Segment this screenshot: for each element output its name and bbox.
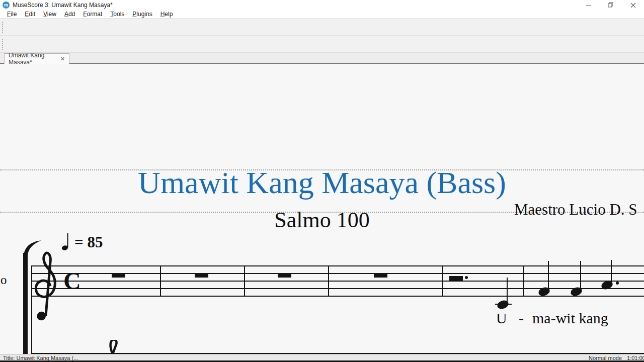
menu-add[interactable]: Add — [60, 10, 79, 19]
title-bar: m MuseScore 3: Umawit Kang Masaya* — [0, 0, 644, 10]
score-subtitle[interactable]: Salmo 100 — [0, 207, 644, 233]
barline[interactable] — [160, 265, 161, 297]
system-bracket — [23, 253, 28, 360]
barline[interactable] — [328, 265, 329, 297]
lyric-syllable[interactable]: U — [496, 310, 507, 327]
lyric-phrase[interactable]: ma-wit kang — [532, 310, 608, 327]
half-rest[interactable] — [449, 276, 463, 281]
staff-line — [31, 296, 644, 297]
restore-icon — [608, 2, 614, 8]
score-title[interactable]: Umawit Kang Masaya (Bass) — [0, 165, 644, 201]
menu-bar: File Edit View Add Format Tools Plugins … — [0, 10, 644, 19]
whole-rest[interactable] — [374, 273, 387, 278]
close-icon — [630, 3, 636, 8]
minimize-button[interactable] — [578, 0, 600, 10]
tab-umawit-kang-masaya[interactable]: Umawit Kang Masaya* ✕ — [4, 53, 69, 64]
toolbar-grip[interactable] — [2, 22, 5, 33]
musescore-window: m MuseScore 3: Umawit Kang Masaya* File … — [0, 0, 644, 362]
window-title: MuseScore 3: Umawit Kang Masaya* — [13, 0, 113, 10]
tab-close-icon[interactable]: ✕ — [60, 56, 65, 62]
whole-rest[interactable] — [278, 273, 291, 278]
close-button[interactable] — [622, 0, 644, 10]
main-toolbar: 224% ▼ Single Page ▼ — [0, 18, 644, 35]
toolbar-grip[interactable] — [2, 39, 5, 50]
treble-clef[interactable] — [31, 249, 59, 322]
tempo-marking[interactable]: = 85 — [61, 231, 103, 251]
quarter-note-icon — [61, 231, 69, 251]
instrument-name-partial[interactable]: o — [1, 273, 7, 287]
note-input-toolbar: N ▼ — [0, 35, 644, 52]
barline[interactable] — [244, 265, 245, 297]
lyric-dash: - — [519, 310, 524, 327]
note-augmentation-dot[interactable] — [616, 282, 619, 285]
treble-clef-partial[interactable] — [104, 340, 124, 354]
staff-line — [31, 265, 644, 266]
menu-file[interactable]: File — [3, 10, 21, 19]
barline[interactable] — [442, 265, 443, 297]
musescore-logo-icon: m — [3, 2, 10, 9]
whole-rest[interactable] — [112, 273, 125, 278]
minimize-icon — [586, 3, 592, 8]
time-signature-common[interactable]: C — [63, 267, 81, 295]
tempo-text: = 85 — [74, 233, 103, 251]
menu-edit[interactable]: Edit — [21, 10, 39, 19]
restore-button[interactable] — [600, 0, 622, 10]
status-bar: Title: Umawit Kang Masaya (... Normal mo… — [0, 354, 644, 360]
document-tab-bar: Umawit Kang Masaya* ✕ — [0, 52, 644, 64]
staff-line — [31, 288, 644, 289]
menu-view[interactable]: View — [39, 10, 60, 19]
barline[interactable] — [523, 265, 524, 297]
menu-format[interactable]: Format — [79, 10, 106, 19]
staff-line — [31, 281, 644, 282]
menu-plugins[interactable]: Plugins — [128, 10, 156, 19]
rest-augmentation-dot[interactable] — [465, 276, 468, 279]
menu-tools[interactable]: Tools — [106, 10, 128, 19]
whole-rest[interactable] — [195, 273, 208, 278]
menu-help[interactable]: Help — [156, 10, 177, 19]
